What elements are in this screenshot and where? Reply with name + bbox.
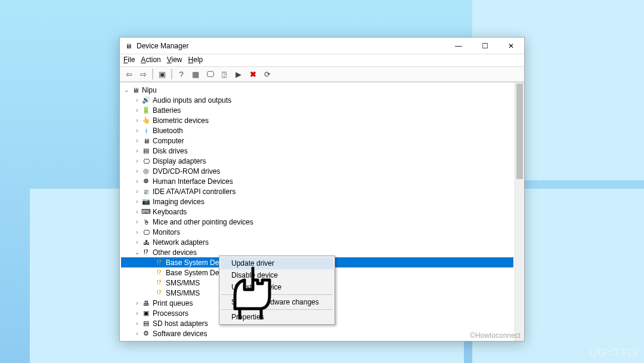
device-icon: ᚼ xyxy=(141,127,151,135)
device-icon: 🖥 xyxy=(131,86,140,94)
chevron-right-icon[interactable]: › xyxy=(133,229,141,235)
chevron-right-icon[interactable]: › xyxy=(133,330,141,337)
chevron-right-icon[interactable]: › xyxy=(133,239,141,245)
chevron-right-icon[interactable]: › xyxy=(133,208,141,215)
context-separator xyxy=(221,294,333,295)
device-icon: 📷 xyxy=(141,198,151,206)
tree-label: SMS/MMS xyxy=(166,279,200,287)
chevron-right-icon[interactable]: › xyxy=(133,178,141,184)
tree-item[interactable]: ›📷Imaging devices xyxy=(121,196,513,207)
context-item[interactable]: Uninstall device xyxy=(221,281,333,293)
chevron-right-icon[interactable]: › xyxy=(133,107,141,113)
tree-label: Keyboards xyxy=(153,208,187,216)
tree-item[interactable]: ›🔊Audio inputs and outputs xyxy=(121,95,513,105)
chevron-right-icon[interactable]: › xyxy=(133,300,141,306)
tree-label: SD host adapters xyxy=(153,319,208,328)
uninstall-icon[interactable]: ✖ xyxy=(246,67,259,81)
tree-item[interactable]: ›🖱Mice and other pointing devices xyxy=(121,217,513,227)
tree-label: Other devices xyxy=(153,248,197,257)
tree-item[interactable]: ›🔋Batteries xyxy=(121,105,513,115)
device-icon: 🖧 xyxy=(141,238,151,247)
tree-item[interactable]: ›◎DVD/CD-ROM drives xyxy=(121,166,513,176)
help-icon[interactable]: ? xyxy=(175,67,188,81)
device-icon: 🖶 xyxy=(141,299,151,307)
app-icon: 🖥 xyxy=(123,41,133,51)
tree-label: Bluetooth xyxy=(153,127,183,135)
tree-item[interactable]: ›▤Disk drives xyxy=(121,146,513,156)
tree-item[interactable]: ›☸Human Interface Devices xyxy=(121,176,513,186)
tree-label: DVD/CD-ROM drives xyxy=(153,167,220,176)
tree-label: Network adapters xyxy=(153,238,209,247)
forward-icon[interactable]: ⇨ xyxy=(137,67,150,81)
chevron-right-icon[interactable]: › xyxy=(133,97,141,103)
chevron-right-icon[interactable]: › xyxy=(133,219,141,225)
enable-icon[interactable]: ▶ xyxy=(232,67,245,81)
chevron-down-icon[interactable]: ⌄ xyxy=(122,87,131,93)
chevron-right-icon[interactable]: › xyxy=(133,188,141,195)
tree-item[interactable]: ›⌨Keyboards xyxy=(121,207,513,217)
tree-item[interactable]: ›🖵Display adapters xyxy=(121,156,513,166)
tree-label: Nipu xyxy=(142,86,157,94)
device-icon: ⎚ xyxy=(141,187,151,196)
tree-item[interactable]: ›🖧Network adapters xyxy=(121,237,513,247)
chevron-right-icon[interactable]: › xyxy=(133,137,141,144)
device-icon: ⁉ xyxy=(141,248,151,257)
tree-label: Processors xyxy=(153,309,188,318)
device-icon: 🖵 xyxy=(141,228,151,236)
device-icon: 🖥 xyxy=(141,137,151,145)
menubar: File Action View Help xyxy=(120,54,524,66)
tree-label: SMS/MMS xyxy=(166,289,200,297)
chevron-right-icon[interactable]: › xyxy=(133,168,141,174)
maximize-button[interactable]: ☐ xyxy=(472,38,498,54)
scroll-thumb[interactable] xyxy=(516,84,523,179)
window-title: Device Manager xyxy=(137,42,445,50)
monitor-icon[interactable]: 🖵 xyxy=(203,67,216,81)
tree-item[interactable]: ›🖵Monitors xyxy=(121,227,513,237)
scrollbar[interactable] xyxy=(515,82,524,341)
scan-icon[interactable]: ⟳ xyxy=(261,67,274,81)
chevron-right-icon[interactable]: › xyxy=(133,117,141,124)
device-icon: ⁉ xyxy=(154,279,164,287)
tree-item[interactable]: ⌄🖥Nipu xyxy=(121,85,513,95)
tree-label: IDE ATA/ATAPI controllers xyxy=(153,187,236,196)
device-icon: ⁉ xyxy=(154,289,164,297)
tree-item[interactable]: ›⎚IDE ATA/ATAPI controllers xyxy=(121,186,513,196)
tree-label: Print queues xyxy=(153,299,193,307)
device-icon: 🖵 xyxy=(141,157,151,165)
menu-help[interactable]: Help xyxy=(188,56,203,65)
tree-item[interactable]: ›👆Biometric devices xyxy=(121,115,513,125)
chevron-right-icon[interactable]: › xyxy=(133,320,141,327)
device-icon: ⌨ xyxy=(141,208,151,216)
chevron-right-icon[interactable]: › xyxy=(133,158,141,164)
context-item[interactable]: Scan for hardware changes xyxy=(221,296,333,308)
toolbar-separator xyxy=(152,69,153,79)
device-icon: ⚙ xyxy=(141,330,151,338)
chevron-right-icon[interactable]: › xyxy=(133,127,141,134)
titlebar[interactable]: 🖥 Device Manager — ☐ ✕ xyxy=(120,38,524,54)
chevron-down-icon[interactable]: ⌄ xyxy=(133,249,141,256)
back-icon[interactable]: ⇦ xyxy=(122,67,135,81)
brand-watermark: UG=TFIX xyxy=(589,346,639,359)
close-button[interactable]: ✕ xyxy=(498,38,524,54)
context-item[interactable]: Update driver xyxy=(221,257,333,269)
context-menu[interactable]: Update driverDisable deviceUninstall dev… xyxy=(219,256,335,325)
tree-item[interactable]: ›🖥Computer xyxy=(121,136,513,146)
menu-action[interactable]: Action xyxy=(141,56,160,65)
device-icon: 👆 xyxy=(141,116,151,125)
tree-label: Biometric devices xyxy=(153,116,209,125)
tree-label: Imaging devices xyxy=(153,198,205,206)
watermark: ©Howtoconnect xyxy=(470,331,521,340)
minimize-button[interactable]: — xyxy=(445,38,472,54)
context-item[interactable]: Disable device xyxy=(221,269,333,281)
update-icon[interactable]: ⍰ xyxy=(218,67,231,81)
tree-item[interactable]: ›ᚼBluetooth xyxy=(121,125,513,136)
chevron-right-icon[interactable]: › xyxy=(133,310,141,316)
tree-item[interactable]: ›⚙Software devices xyxy=(121,328,513,339)
show-hide-icon[interactable]: ▣ xyxy=(156,67,169,81)
chevron-right-icon[interactable]: › xyxy=(133,198,141,205)
context-item[interactable]: Properties xyxy=(221,311,333,323)
refresh-icon[interactable]: ▦ xyxy=(189,67,202,81)
menu-view[interactable]: View xyxy=(167,56,182,65)
chevron-right-icon[interactable]: › xyxy=(133,147,141,154)
menu-file[interactable]: File xyxy=(123,56,135,65)
